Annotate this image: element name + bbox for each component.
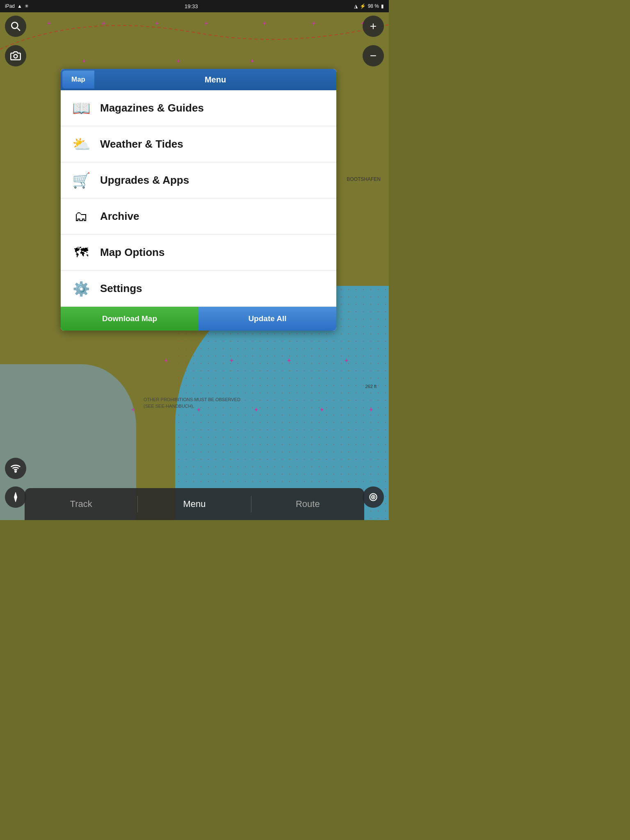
svg-point-0 <box>11 22 18 28</box>
map-marker: + <box>250 57 254 65</box>
wifi-icon: ▲ <box>17 3 22 9</box>
menu-label-magazines: Magazines & Guides <box>100 102 204 114</box>
cart-icon: 🛒 <box>71 170 92 191</box>
battery-icon: ▮ <box>381 3 384 9</box>
status-left: iPad ▲ ✳ <box>5 3 29 9</box>
svg-point-2 <box>14 55 18 58</box>
search-icon <box>10 21 21 32</box>
location-icon: ◮ <box>354 3 358 9</box>
menu-item-weather[interactable]: ⛅ Weather & Tides <box>61 126 336 162</box>
tab-menu-label: Menu <box>183 499 205 509</box>
map-marker: + <box>254 406 258 413</box>
map-marker: + <box>176 57 180 65</box>
map-label-bootshafen: BOOTSHAFEN <box>347 176 381 182</box>
menu-label-weather: Weather & Tides <box>100 138 183 151</box>
device-name: iPad <box>5 3 15 9</box>
menu-item-settings[interactable]: ⚙️ Settings <box>61 271 336 307</box>
map-marker: + <box>82 57 86 65</box>
map-marker: + <box>204 20 208 27</box>
tab-track-label: Track <box>70 499 92 509</box>
map-marker: + <box>47 20 51 27</box>
status-bar: iPad ▲ ✳ 19:33 ◮ ⚡ 98 % ▮ <box>0 0 389 12</box>
zoom-in-button[interactable]: + <box>363 16 384 37</box>
camera-icon <box>10 50 21 61</box>
map-options-icon: 🗺 <box>71 242 92 263</box>
map-marker: + <box>197 406 201 413</box>
update-all-button[interactable]: Update All <box>199 307 336 331</box>
menu-label-mapoptions: Map Options <box>100 246 164 259</box>
menu-header: Map Menu <box>61 69 336 90</box>
battery-percent: 98 % <box>368 3 379 9</box>
map-marker: + <box>262 20 266 27</box>
menu-actions: Download Map Update All <box>61 307 336 331</box>
map-marker: + <box>131 406 135 413</box>
map-marker: + <box>369 406 373 413</box>
archive-icon: 🗂 <box>71 206 92 227</box>
menu-map-button[interactable]: Map <box>62 71 94 89</box>
map-label-prohibitions: OTHER PROHIBITIONS MUST BE OBSERVED (SEE… <box>144 397 240 409</box>
map-marker: + <box>164 357 168 364</box>
layers-button[interactable] <box>363 486 384 508</box>
status-right: ◮ ⚡ 98 % ▮ <box>354 3 384 9</box>
zoom-out-button[interactable]: − <box>363 45 384 66</box>
svg-point-3 <box>15 471 16 472</box>
menu-label-settings: Settings <box>100 282 142 295</box>
menu-item-magazines[interactable]: 📖 Magazines & Guides <box>61 90 336 126</box>
tab-bar: Track Menu Route <box>25 488 364 520</box>
map-marker: + <box>345 357 348 364</box>
map-marker: + <box>230 357 233 364</box>
menu-title: Menu <box>94 69 336 90</box>
map-marker: + <box>287 357 291 364</box>
menu-item-upgrades[interactable]: 🛒 Upgrades & Apps <box>61 162 336 199</box>
map-marker: + <box>102 20 105 27</box>
svg-point-7 <box>373 497 374 498</box>
book-icon: 📖 <box>71 98 92 119</box>
map-scale-indicator: 262 ft <box>365 384 377 389</box>
map-marker: + <box>312 20 315 27</box>
menu-overlay: Map Menu 📖 Magazines & Guides ⛅ Weather … <box>61 69 336 331</box>
menu-label-archive: Archive <box>100 210 139 223</box>
tab-route[interactable]: Route <box>251 488 364 520</box>
svg-marker-4 <box>14 493 17 501</box>
menu-item-mapoptions[interactable]: 🗺 Map Options <box>61 235 336 271</box>
menu-item-archive[interactable]: 🗂 Archive <box>61 199 336 235</box>
tab-menu[interactable]: Menu <box>138 488 251 520</box>
compass-button[interactable] <box>5 486 26 508</box>
download-map-button[interactable]: Download Map <box>61 307 199 331</box>
status-time: 19:33 <box>185 3 198 9</box>
signal-icon: ✳ <box>25 3 29 9</box>
tab-route-label: Route <box>296 499 320 509</box>
wifi-button[interactable] <box>5 458 26 479</box>
camera-button[interactable] <box>5 45 26 66</box>
search-button[interactable] <box>5 16 26 37</box>
bluetooth-icon: ⚡ <box>360 3 366 9</box>
weather-icon: ⛅ <box>71 134 92 155</box>
layers-icon <box>368 492 379 502</box>
svg-line-1 <box>17 28 20 31</box>
map-marker: + <box>155 20 159 27</box>
menu-label-upgrades: Upgrades & Apps <box>100 174 189 187</box>
compass-icon <box>11 492 21 502</box>
settings-icon: ⚙️ <box>71 278 92 299</box>
tab-track[interactable]: Track <box>25 488 137 520</box>
wifi-icon <box>10 463 21 474</box>
map-marker: + <box>320 406 324 413</box>
